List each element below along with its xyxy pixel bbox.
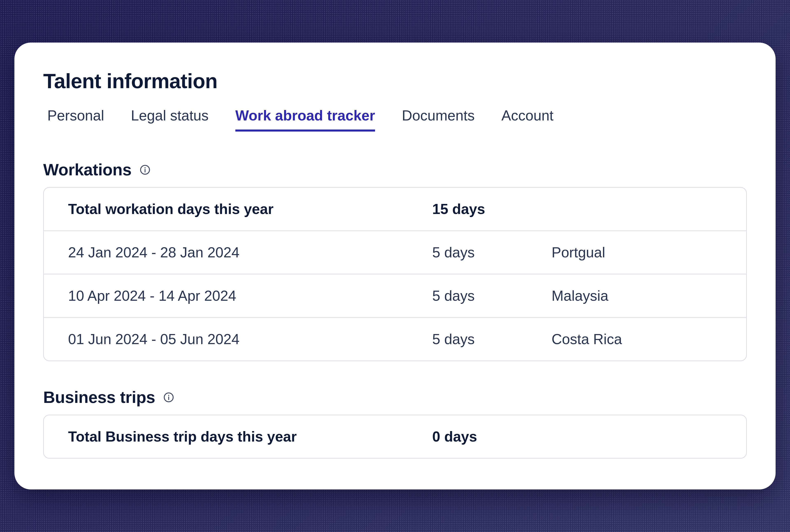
workation-range: 01 Jun 2024 - 05 Jun 2024: [68, 331, 432, 347]
svg-point-1: [145, 167, 146, 168]
workations-total-row: Total workation days this year 15 days: [44, 188, 746, 230]
talent-info-card: Talent information Personal Legal status…: [14, 42, 776, 490]
svg-point-4: [168, 395, 169, 396]
workations-heading: Workations: [43, 160, 131, 179]
tab-legal-status[interactable]: Legal status: [131, 107, 208, 132]
tab-account[interactable]: Account: [501, 107, 553, 132]
workations-total-value: 15 days: [432, 201, 552, 217]
business-trips-panel: Total Business trip days this year 0 day…: [43, 415, 747, 459]
tab-documents[interactable]: Documents: [402, 107, 475, 132]
tab-work-abroad-tracker[interactable]: Work abroad tracker: [235, 107, 375, 132]
business-trips-total-label: Total Business trip days this year: [68, 429, 432, 445]
workation-range: 10 Apr 2024 - 14 Apr 2024: [68, 288, 432, 304]
workation-country: Costa Rica: [552, 331, 722, 347]
business-trips-total-row: Total Business trip days this year 0 day…: [44, 415, 746, 458]
workation-days: 5 days: [432, 244, 552, 261]
workation-days: 5 days: [432, 288, 552, 304]
workations-panel: Total workation days this year 15 days 2…: [43, 187, 747, 361]
workation-row: 24 Jan 2024 - 28 Jan 2024 5 days Portgua…: [44, 230, 746, 274]
business-trips-heading-row: Business trips: [43, 388, 747, 407]
workations-total-label: Total workation days this year: [68, 201, 432, 217]
workation-row: 10 Apr 2024 - 14 Apr 2024 5 days Malaysi…: [44, 274, 746, 317]
info-icon[interactable]: [163, 392, 174, 403]
info-icon[interactable]: [140, 165, 150, 175]
page-title: Talent information: [43, 69, 747, 93]
workation-range: 24 Jan 2024 - 28 Jan 2024: [68, 244, 432, 261]
workations-heading-row: Workations: [43, 160, 747, 179]
business-trips-heading: Business trips: [43, 388, 155, 407]
tabs: Personal Legal status Work abroad tracke…: [43, 107, 747, 132]
workation-days: 5 days: [432, 331, 552, 347]
workation-country: Portgual: [552, 244, 722, 261]
business-trips-total-value: 0 days: [432, 429, 552, 445]
workation-row: 01 Jun 2024 - 05 Jun 2024 5 days Costa R…: [44, 317, 746, 361]
tab-personal[interactable]: Personal: [47, 107, 104, 132]
workation-country: Malaysia: [552, 288, 722, 304]
